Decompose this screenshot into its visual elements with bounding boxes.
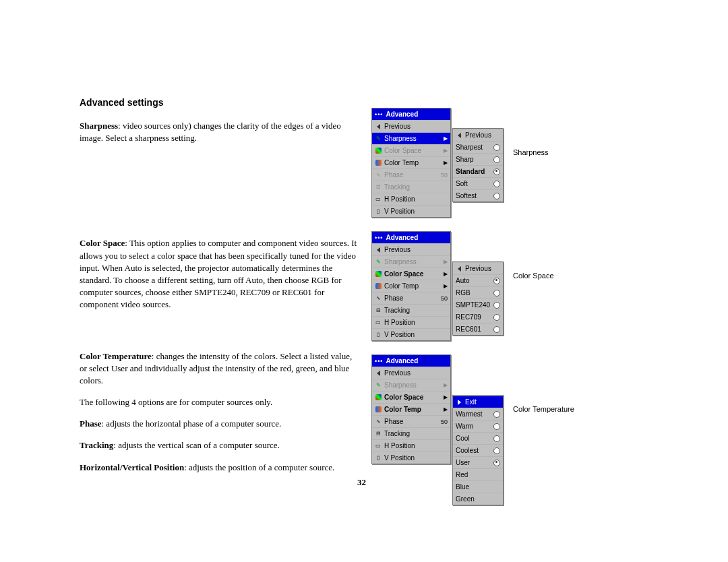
submenu-item-blue[interactable]: Blue	[453, 480, 503, 493]
figure-sharpness: •••Advanced Previous ✎Sharpness▶ Color S…	[371, 108, 668, 218]
term-hvpos: Horizontal/Vertical Position	[80, 462, 184, 472]
submenu-item-rec709[interactable]: REC709	[453, 311, 503, 323]
submenu-item-standard[interactable]: Standard	[453, 165, 503, 177]
term-sharpness: Sharpness	[80, 121, 118, 131]
submenu-item-warm[interactable]: Warm	[453, 420, 503, 432]
menu-item-vposition[interactable]: ▯V Position	[372, 328, 450, 340]
section-heading: Advanced settings	[80, 97, 357, 108]
menu-item-previous[interactable]: Previous	[372, 243, 450, 255]
para-four-options: The following 4 options are for computer…	[80, 396, 357, 408]
menu-item-vposition[interactable]: ▯V Position	[372, 205, 450, 217]
menu-advanced-2: •••Advanced Previous ✎Sharpness▶ Color S…	[371, 231, 451, 341]
menu-advanced-1: •••Advanced Previous ✎Sharpness▶ Color S…	[371, 108, 451, 218]
tracking-icon: ⊟	[373, 183, 383, 191]
figures-column: •••Advanced Previous ✎Sharpness▶ Color S…	[371, 108, 668, 519]
menu-item-colorspace[interactable]: Color Space▶	[372, 391, 450, 403]
chevron-right-icon: ▶	[444, 160, 449, 166]
chevron-right-icon: ▶	[444, 406, 449, 412]
radio-icon	[493, 144, 500, 151]
menu-item-colorspace[interactable]: Color Space▶	[372, 144, 450, 156]
submenu-item-softest[interactable]: Softest	[453, 189, 503, 201]
submenu-colorspace: Previous Auto RGB SMPTE240 REC709 REC601	[452, 261, 504, 336]
menu-item-colortemp[interactable]: Color Temp▶	[372, 403, 450, 415]
vpos-icon: ▯	[373, 331, 383, 338]
submenu-item-red[interactable]: Red	[453, 468, 503, 480]
chevron-right-icon: ▶	[444, 135, 449, 142]
chevron-right-icon: ▶	[444, 259, 449, 265]
submenu-item-coolest[interactable]: Coolest	[453, 444, 503, 456]
phase-icon: ∿	[373, 418, 383, 425]
submenu-item-previous[interactable]: Previous	[453, 262, 503, 274]
submenu-item-warmest[interactable]: Warmest	[453, 408, 503, 420]
submenu-item-smpte240[interactable]: SMPTE240	[453, 299, 503, 311]
submenu-item-sharp[interactable]: Sharp	[453, 153, 503, 165]
sharpness-icon: ✎	[373, 381, 383, 389]
colortemp-icon	[375, 283, 382, 289]
tracking-icon: ⊟	[373, 430, 383, 437]
desc-hvpos: : adjusts the position of a computer sou…	[184, 462, 334, 472]
submenu-item-rgb[interactable]: RGB	[453, 286, 503, 299]
figure-label-colortemp: Color Temperature	[513, 405, 574, 413]
menu-item-previous[interactable]: Previous	[372, 367, 450, 379]
menu-item-tracking[interactable]: ⊟Tracking	[372, 304, 450, 316]
para-phase: Phase: adjusts the horizontal phase of a…	[80, 418, 357, 430]
radio-icon	[493, 302, 500, 309]
colortemp-icon	[375, 160, 382, 166]
menu-title: •••Advanced	[372, 232, 450, 243]
menu-item-vposition[interactable]: ▯V Position	[372, 451, 450, 464]
desc-tracking: : adjusts the vertical scan of a compute…	[113, 440, 280, 450]
phase-icon: ∿	[373, 171, 383, 179]
radio-icon	[493, 168, 500, 175]
menu-item-colortemp[interactable]: Color Temp▶	[372, 156, 450, 168]
menu-item-hposition[interactable]: ▭H Position	[372, 316, 450, 328]
chevron-right-icon: ▶	[444, 148, 449, 154]
radio-icon	[493, 156, 500, 163]
radio-icon	[493, 193, 500, 199]
submenu-item-soft[interactable]: Soft	[453, 177, 503, 189]
para-colortemp: Color Temperature: changes the intensity…	[80, 350, 357, 387]
menu-item-sharpness[interactable]: ✎Sharpness▶	[372, 132, 450, 144]
menu-item-phase[interactable]: ∿Phase50	[372, 292, 450, 304]
radio-icon	[493, 411, 500, 418]
chevron-right-icon: ▶	[444, 271, 449, 277]
radio-icon	[493, 460, 500, 466]
submenu-item-previous[interactable]: Previous	[453, 129, 503, 141]
dots-icon: •••	[375, 358, 383, 365]
submenu-item-user[interactable]: User	[453, 456, 503, 468]
para-tracking: Tracking: adjusts the vertical scan of a…	[80, 439, 357, 451]
figure-colortemp: •••Advanced Previous ✎Sharpness▶ Color S…	[371, 354, 668, 505]
submenu-item-auto[interactable]: Auto	[453, 274, 503, 286]
menu-title: •••Advanced	[372, 355, 450, 367]
submenu-item-sharpest[interactable]: Sharpest	[453, 141, 503, 153]
menu-item-tracking[interactable]: ⊟Tracking	[372, 427, 450, 439]
vpos-icon: ▯	[373, 208, 383, 215]
colorspace-icon	[375, 148, 382, 154]
menu-item-tracking[interactable]: ⊟Tracking	[372, 181, 450, 193]
submenu-sharpness: Previous Sharpest Sharp Standard Soft So…	[452, 128, 504, 202]
term-colortemp: Color Temperature	[80, 351, 152, 361]
menu-item-hposition[interactable]: ▭H Position	[372, 439, 450, 451]
submenu-item-cool[interactable]: Cool	[453, 432, 503, 444]
radio-icon	[493, 278, 500, 284]
menu-item-colorspace[interactable]: Color Space▶	[372, 268, 450, 280]
submenu-item-exit[interactable]: Exit	[453, 396, 503, 408]
figure-colorspace: •••Advanced Previous ✎Sharpness▶ Color S…	[371, 231, 668, 341]
submenu-item-green[interactable]: Green	[453, 493, 503, 505]
term-phase: Phase	[80, 418, 102, 429]
colorspace-icon	[375, 271, 382, 277]
menu-item-sharpness[interactable]: ✎Sharpness▶	[372, 255, 450, 268]
menu-item-phase[interactable]: ∿Phase50	[372, 415, 450, 427]
menu-item-sharpness[interactable]: ✎Sharpness▶	[372, 379, 450, 391]
menu-item-previous[interactable]: Previous	[372, 120, 450, 132]
dots-icon: •••	[375, 235, 383, 241]
menu-item-hposition[interactable]: ▭H Position	[372, 193, 450, 205]
submenu-item-rec601[interactable]: REC601	[453, 323, 503, 335]
phase-icon: ∿	[373, 294, 383, 302]
hpos-icon: ▭	[373, 319, 383, 326]
term-colorspace: Color Space	[80, 238, 125, 248]
menu-item-colortemp[interactable]: Color Temp▶	[372, 280, 450, 292]
menu-item-phase[interactable]: ∿Phase50	[372, 168, 450, 181]
para-colorspace: Color Space: This option applies to comp…	[80, 237, 357, 311]
text-column: Advanced settings Sharpness: video sourc…	[80, 97, 357, 483]
chevron-right-icon: ▶	[444, 394, 449, 400]
